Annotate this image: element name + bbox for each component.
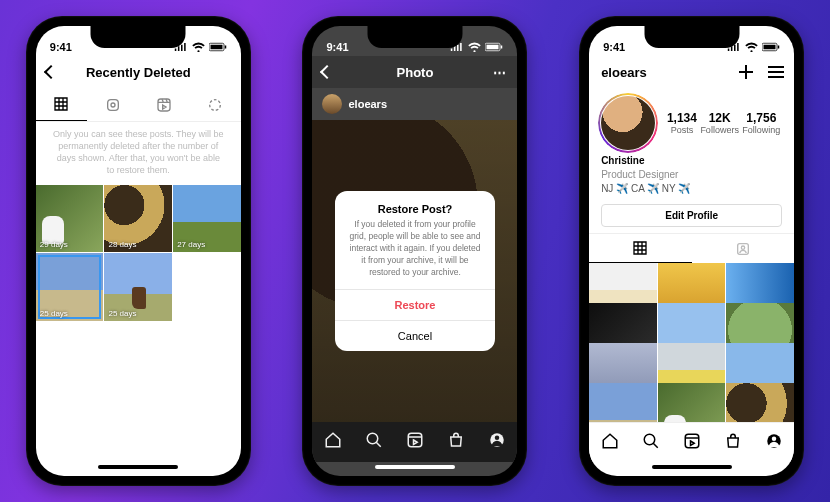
svg-rect-2 [225, 46, 227, 49]
stat-label: Followers [700, 125, 739, 135]
notch [91, 26, 186, 48]
nav-profile[interactable] [765, 432, 783, 454]
svg-point-10 [367, 433, 378, 444]
svg-rect-1 [210, 45, 222, 50]
chevron-left-icon [320, 65, 334, 79]
nav-shop[interactable] [447, 431, 465, 453]
profile-avatar[interactable] [601, 96, 655, 150]
dialog-title: Restore Post? [335, 191, 495, 219]
chevron-left-icon [44, 65, 58, 79]
post-author-row[interactable]: eloears [312, 88, 517, 120]
author-username: eloears [348, 98, 387, 110]
restore-button[interactable]: Restore [335, 289, 495, 320]
deleted-grid: 29 days 28 days 27 days 25 days 25 days [36, 185, 241, 321]
home-indicator [312, 462, 517, 476]
svg-point-22 [771, 436, 776, 441]
bottom-nav [589, 422, 794, 462]
nav-bar: Photo ⋯ [312, 56, 517, 88]
stat-posts[interactable]: 1,134 Posts [667, 111, 697, 135]
nav-search[interactable] [365, 431, 383, 453]
tagged-icon [735, 241, 751, 257]
back-button[interactable] [322, 67, 332, 77]
tab-tagged[interactable] [692, 234, 795, 263]
svg-rect-8 [487, 45, 499, 50]
svg-point-4 [111, 103, 115, 107]
home-indicator [36, 462, 241, 476]
days-label: 29 days [40, 240, 68, 249]
svg-point-18 [741, 246, 744, 249]
days-label: 27 days [177, 240, 205, 249]
deleted-thumb[interactable]: 28 days [104, 185, 172, 253]
post-thumb[interactable] [589, 383, 657, 422]
tab-grid[interactable] [36, 88, 87, 121]
home-icon [324, 431, 342, 449]
battery-icon [762, 42, 780, 52]
profile-icon [765, 432, 783, 450]
status-time: 9:41 [603, 41, 625, 53]
tab-reels[interactable] [138, 88, 189, 121]
restore-dialog: Restore Post? If you deleted it from you… [335, 191, 495, 350]
search-icon [642, 432, 660, 450]
nav-search[interactable] [642, 432, 660, 454]
nav-reels[interactable] [406, 431, 424, 453]
profile-header: 1,134 Posts 12K Followers 1,756 Followin… [589, 88, 794, 154]
nav-home[interactable] [601, 432, 619, 454]
grid-icon [53, 96, 69, 112]
wifi-icon [745, 42, 758, 52]
create-button[interactable] [738, 64, 754, 80]
deleted-thumb[interactable]: 25 days [104, 253, 172, 321]
phone-profile: 9:41 eloears 1,134 Posts 12K [579, 16, 804, 486]
bio-location: NJ ✈️ CA ✈️ NY ✈️ [601, 182, 782, 196]
notch [644, 26, 739, 48]
page-title: Recently Deleted [86, 65, 191, 80]
reels-icon [406, 431, 424, 449]
svg-rect-9 [501, 46, 503, 49]
stat-number: 1,134 [667, 111, 697, 125]
status-time: 9:41 [50, 41, 72, 53]
back-button[interactable] [46, 67, 56, 77]
phone-recently-deleted: 9:41 Recently Deleted Only you can see t… [26, 16, 251, 486]
story-icon [105, 97, 121, 113]
stat-number: 1,756 [742, 111, 780, 125]
page-title: Photo [397, 65, 434, 80]
tab-stories[interactable] [87, 88, 138, 121]
nav-shop[interactable] [724, 432, 742, 454]
post-thumb[interactable] [726, 383, 794, 422]
stat-followers[interactable]: 12K Followers [700, 111, 739, 135]
search-icon [365, 431, 383, 449]
profile-grid [589, 263, 794, 422]
wifi-icon [468, 42, 481, 52]
nav-home[interactable] [324, 431, 342, 453]
reels-icon [156, 97, 172, 113]
nav-profile[interactable] [488, 431, 506, 453]
svg-rect-11 [408, 433, 422, 447]
battery-icon [209, 42, 227, 52]
media-type-tabs [36, 88, 241, 122]
deleted-thumb[interactable]: 29 days [36, 185, 104, 253]
dialog-body: If you deleted it from your profile grid… [335, 219, 495, 288]
profile-username[interactable]: eloears [601, 65, 647, 80]
modal-backdrop[interactable]: Restore Post? If you deleted it from you… [312, 120, 517, 422]
profile-stats: 1,134 Posts 12K Followers 1,756 Followin… [665, 111, 782, 135]
deleted-thumb[interactable]: 27 days [173, 185, 241, 253]
svg-point-13 [495, 436, 500, 441]
nav-bar: eloears [589, 56, 794, 88]
phone-restore-modal: 9:41 Photo ⋯ eloears Restore Post? If yo… [302, 16, 527, 486]
cancel-button[interactable]: Cancel [335, 320, 495, 351]
days-label: 28 days [108, 240, 136, 249]
nav-reels[interactable] [683, 432, 701, 454]
battery-icon [485, 42, 503, 52]
post-image: Restore Post? If you deleted it from you… [312, 120, 517, 422]
menu-button[interactable] [768, 66, 784, 78]
tab-grid[interactable] [589, 234, 692, 263]
tab-archive[interactable] [190, 88, 241, 121]
more-button[interactable]: ⋯ [493, 65, 507, 80]
home-icon [601, 432, 619, 450]
nav-bar: Recently Deleted [36, 56, 241, 88]
shop-icon [724, 432, 742, 450]
svg-rect-16 [778, 46, 780, 49]
deleted-thumb[interactable]: 25 days [36, 253, 104, 321]
edit-profile-button[interactable]: Edit Profile [601, 204, 782, 227]
post-thumb[interactable] [658, 383, 726, 422]
stat-following[interactable]: 1,756 Following [742, 111, 780, 135]
